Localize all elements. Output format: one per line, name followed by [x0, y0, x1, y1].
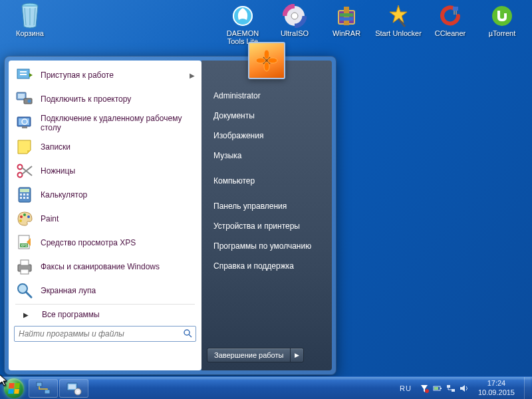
rlink-music[interactable]: Музыка — [201, 146, 332, 166]
svg-point-38 — [20, 215, 23, 218]
sm-item-magnifier[interactable]: Экранная лупа — [10, 279, 200, 303]
svg-rect-68 — [452, 389, 455, 392]
svg-point-39 — [23, 213, 26, 216]
sm-item-getting-started[interactable]: Приступая к работе ▶ — [10, 63, 200, 87]
taskbar: RU 17:24 10.09.2015 — [0, 376, 532, 399]
rlink-user[interactable]: Administrator — [201, 86, 332, 106]
taskbar-clock[interactable]: 17:24 10.09.2015 — [473, 379, 520, 396]
svg-rect-9 — [340, 17, 353, 21]
rlink-documents[interactable]: Документы — [201, 106, 332, 126]
all-programs-label: Все программы — [42, 310, 100, 319]
desktop-icon-daemon-tools[interactable]: DAEMON Tools Lite — [219, 3, 266, 45]
svg-point-62 — [77, 390, 79, 392]
sm-item-fax-scan[interactable]: Факсы и сканирование Windows — [10, 255, 200, 279]
sm-item-label: Калькулятор — [41, 190, 87, 200]
show-desktop-button[interactable] — [524, 377, 531, 400]
svg-rect-66 — [434, 387, 438, 390]
sm-item-label: Ножницы — [41, 166, 75, 176]
language-indicator[interactable]: RU — [396, 384, 416, 392]
svg-rect-60 — [68, 384, 76, 389]
start-menu-right-pane: Administrator Документы Изображения Музы… — [201, 61, 332, 370]
svg-point-14 — [492, 6, 512, 26]
rlink-pictures[interactable]: Изображения — [201, 126, 332, 146]
sm-item-label: Подключение к удаленному рабочему столу — [41, 114, 195, 132]
svg-rect-35 — [20, 197, 22, 199]
system-tray: RU 17:24 10.09.2015 — [394, 377, 532, 400]
sm-item-calculator[interactable]: Калькулятор — [10, 183, 200, 207]
svg-rect-33 — [23, 194, 25, 196]
rlink-devices-printers[interactable]: Устройства и принтеры — [201, 216, 332, 236]
svg-line-49 — [26, 292, 31, 297]
taskbar-pinned-network[interactable] — [29, 379, 58, 398]
monitor-disc-icon — [66, 381, 82, 396]
ultraiso-icon — [281, 3, 308, 29]
svg-point-21 — [28, 100, 31, 103]
svg-rect-19 — [18, 94, 25, 98]
svg-point-63 — [425, 389, 429, 393]
rlink-control-panel[interactable]: Панель управления — [201, 196, 332, 216]
desktop-icon-label: WinRAR — [332, 29, 360, 37]
clock-time: 17:24 — [478, 379, 515, 388]
sm-item-connect-projector[interactable]: Подключить к проектору — [10, 87, 200, 111]
scissors-icon — [15, 162, 34, 180]
tray-network-icon[interactable] — [446, 384, 456, 393]
svg-line-29 — [22, 166, 32, 174]
search-box — [14, 326, 196, 342]
tray-volume-icon[interactable] — [460, 384, 469, 393]
getting-started-icon — [15, 66, 34, 84]
svg-rect-16 — [20, 71, 27, 72]
start-button[interactable] — [0, 377, 28, 400]
shutdown-label: Завершение работы — [207, 348, 290, 362]
sm-item-paint[interactable]: Paint — [10, 207, 200, 231]
svg-rect-46 — [21, 260, 29, 265]
winrar-icon — [333, 3, 360, 29]
rlink-help[interactable]: Справка и поддержка — [201, 256, 332, 276]
search-input[interactable] — [14, 326, 196, 342]
svg-rect-37 — [27, 197, 29, 199]
desktop-icon-recycle-bin[interactable]: Корзина — [7, 3, 53, 45]
svg-rect-47 — [21, 269, 29, 274]
desktop-icon-label: UltraISO — [281, 29, 309, 37]
sm-item-xps-viewer[interactable]: XPS Средство просмотра XPS — [10, 231, 200, 255]
svg-point-26 — [18, 165, 23, 170]
rlink-computer[interactable]: Компьютер — [201, 171, 332, 191]
svg-rect-31 — [20, 189, 29, 192]
projector-icon — [15, 90, 34, 108]
ccleaner-icon — [437, 3, 464, 29]
xps-icon: XPS — [15, 233, 34, 252]
svg-point-41 — [19, 219, 22, 222]
svg-point-40 — [27, 215, 30, 218]
shutdown-button[interactable]: Завершение работы ▶ — [207, 348, 304, 362]
shutdown-dropdown-icon[interactable]: ▶ — [290, 348, 303, 362]
desktop-icon-utorrent[interactable]: µTorrent — [479, 3, 525, 45]
svg-point-54 — [268, 58, 277, 63]
svg-rect-67 — [447, 385, 450, 388]
sm-item-snipping-tool[interactable]: Ножницы — [10, 159, 200, 183]
rlink-default-programs[interactable]: Программы по умолчанию — [201, 236, 332, 256]
calculator-icon — [15, 186, 34, 204]
tray-action-center-icon[interactable] — [420, 384, 429, 393]
desktop-icon-start-unlocker[interactable]: Start Unlocker — [375, 3, 422, 45]
sm-item-sticky-notes[interactable]: Записки — [10, 135, 200, 159]
desktop-icon-label: CCleaner — [435, 29, 466, 37]
printer-fax-icon — [15, 257, 34, 276]
magnifier-icon — [15, 281, 34, 300]
star-wand-icon — [385, 3, 412, 29]
tray-power-icon[interactable] — [433, 384, 442, 393]
sm-item-remote-desktop[interactable]: Подключение к удаленному рабочему столу — [10, 111, 200, 135]
desktop-icon-label: Корзина — [16, 29, 44, 37]
svg-point-56 — [256, 58, 265, 63]
desktop-icon-ccleaner[interactable]: CCleaner — [427, 3, 473, 45]
taskbar-pinned-media[interactable] — [59, 379, 88, 398]
svg-text:XPS: XPS — [21, 243, 28, 247]
desktop-icon-winrar[interactable]: WinRAR — [323, 3, 370, 45]
svg-rect-65 — [440, 388, 442, 389]
all-programs[interactable]: ▶ Все программы — [10, 306, 200, 323]
sm-item-label: Факсы и сканирование Windows — [41, 262, 160, 271]
clock-date: 10.09.2015 — [478, 388, 515, 397]
svg-point-4 — [291, 13, 298, 19]
svg-rect-17 — [20, 74, 27, 75]
user-picture[interactable] — [248, 42, 285, 79]
desktop-icon-ultraiso[interactable]: UltraISO — [271, 3, 318, 45]
desktop-icons: Корзина DAEMON Tools Lite UltraISO WinRA… — [0, 3, 532, 45]
